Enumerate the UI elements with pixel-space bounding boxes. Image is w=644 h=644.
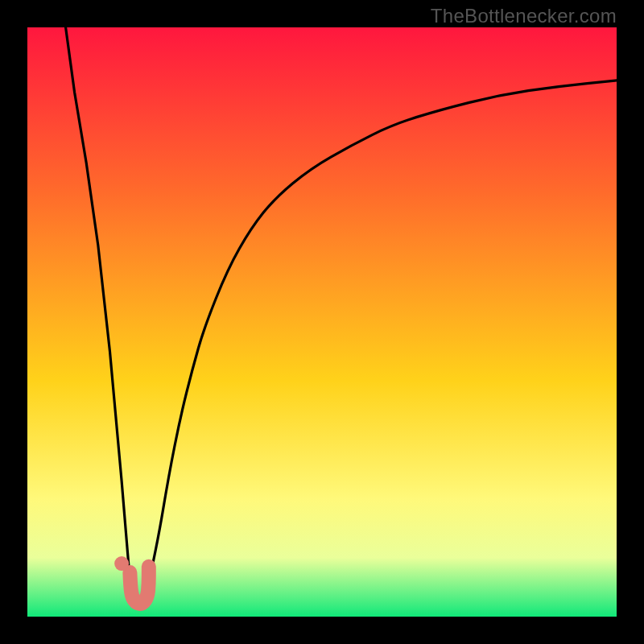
chart-svg xyxy=(27,27,617,617)
watermark-text: TheBottlenecker.com xyxy=(431,5,617,27)
gradient-background xyxy=(27,27,617,617)
plot-area xyxy=(27,27,617,617)
dot-marker xyxy=(114,556,129,571)
outer-frame: TheBottlenecker.com xyxy=(0,0,644,644)
